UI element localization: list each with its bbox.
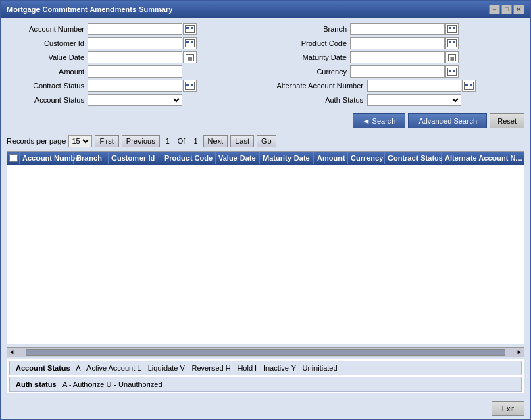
account-status-row: Account Status A - Active L - Liquidate …	[7, 94, 262, 106]
branch-lookup-button[interactable]	[445, 23, 459, 35]
col-amount: Amount	[314, 152, 348, 164]
branch-input[interactable]	[350, 23, 445, 35]
scroll-thumb[interactable]	[26, 349, 505, 356]
col-alt-account: Alternate Account N...	[442, 152, 509, 164]
of-label: Of	[175, 137, 188, 145]
alt-account-row: Alternate Account Number	[269, 80, 524, 92]
reset-button[interactable]: Reset	[490, 113, 524, 128]
col-currency: Currency	[348, 152, 385, 164]
account-status-legend: Account Status A - Active Account L - Li…	[9, 361, 522, 375]
page-total: 1	[191, 137, 200, 145]
amount-row: Amount	[7, 65, 262, 78]
account-status-legend-label: Account Status	[16, 364, 70, 372]
contract-status-row: Contract Status	[7, 80, 262, 92]
horizontal-scrollbar[interactable]: ◄ ►	[7, 347, 524, 357]
action-buttons: ◄ Search Advanced Search Reset	[7, 111, 524, 131]
main-window: Mortgage Commitment Amendments Summary −…	[0, 0, 531, 420]
maturity-date-input[interactable]	[350, 51, 445, 63]
search-form: Account Number Customer Id Value Date	[7, 23, 524, 108]
maturity-date-label: Maturity Date	[269, 53, 350, 61]
account-number-row: Account Number	[7, 23, 262, 35]
prev-button[interactable]: Previous	[122, 135, 160, 147]
maturity-date-row: Maturity Date ▦	[269, 51, 524, 63]
contract-status-lookup-button[interactable]	[183, 80, 197, 92]
customer-id-row: Customer Id	[7, 37, 262, 49]
branch-label: Branch	[269, 25, 350, 33]
table-header: Account Number Branch Customer Id Produc…	[7, 152, 524, 165]
per-page-select[interactable]: 15 25 50	[68, 135, 92, 147]
product-code-input[interactable]	[350, 37, 445, 49]
lookup-icon	[447, 25, 457, 33]
account-status-select[interactable]: A - Active L - Liquidate V - Reversed H …	[88, 94, 182, 106]
advanced-search-button[interactable]: Advanced Search	[408, 113, 487, 128]
footer-bar: Exit	[1, 398, 530, 419]
auth-status-legend-label: Auth status	[16, 380, 57, 388]
account-status-legend-values: A - Active Account L - Liquidate V - Rev…	[76, 364, 337, 372]
product-code-row: Product Code	[269, 37, 524, 49]
legend-area: Account Status A - Active Account L - Li…	[7, 359, 524, 393]
contract-status-input[interactable]	[88, 80, 182, 92]
col-product-code: Product Code	[161, 152, 216, 164]
calendar-icon: ▦	[186, 54, 194, 61]
table-body	[7, 165, 524, 344]
maturity-date-cal-button[interactable]: ▦	[445, 51, 459, 63]
currency-lookup-button[interactable]	[445, 65, 459, 78]
amount-input[interactable]	[88, 65, 182, 78]
value-date-row: Value Date ▦	[7, 51, 262, 63]
go-button[interactable]: Go	[257, 135, 276, 147]
left-form-column: Account Number Customer Id Value Date	[7, 23, 262, 108]
col-account-number: Account Number	[20, 152, 74, 164]
product-code-lookup-button[interactable]	[445, 37, 459, 49]
page-current: 1	[163, 137, 172, 145]
auth-status-legend-values: A - Authorize U - Unauthorized	[62, 380, 163, 388]
minimize-button[interactable]: −	[489, 5, 500, 14]
alt-account-lookup-button[interactable]	[462, 80, 476, 92]
lookup-icon	[185, 39, 195, 47]
alt-account-input[interactable]	[367, 80, 461, 92]
first-button[interactable]: First	[95, 135, 118, 147]
window-title: Mortgage Commitment Amendments Summary	[7, 5, 172, 14]
auth-status-label: Auth Status	[269, 96, 367, 104]
customer-id-lookup-button[interactable]	[183, 37, 197, 49]
next-button[interactable]: Next	[203, 135, 228, 147]
lookup-icon	[464, 82, 474, 90]
account-number-input[interactable]	[88, 23, 182, 35]
search-button[interactable]: ◄ Search	[353, 113, 406, 128]
currency-input[interactable]	[350, 65, 445, 78]
customer-id-label: Customer Id	[7, 39, 88, 47]
auth-status-select[interactable]: A - Authorize U - Unauthorized	[367, 94, 461, 106]
col-value-date: Value Date	[216, 152, 260, 164]
lookup-icon	[185, 82, 195, 90]
account-status-label: Account Status	[7, 96, 88, 104]
customer-id-input[interactable]	[88, 37, 182, 49]
results-table: Account Number Branch Customer Id Produc…	[7, 151, 524, 344]
lookup-icon	[447, 39, 457, 47]
select-all-checkbox[interactable]	[7, 152, 20, 164]
window-controls: − □ ✕	[489, 5, 524, 14]
records-per-page-label: Records per page	[7, 137, 66, 145]
maximize-button[interactable]: □	[501, 5, 512, 14]
exit-button[interactable]: Exit	[492, 401, 524, 416]
account-number-lookup-button[interactable]	[183, 23, 197, 35]
scroll-left-arrow[interactable]: ◄	[7, 348, 16, 357]
lookup-icon	[185, 25, 195, 33]
last-button[interactable]: Last	[230, 135, 254, 147]
alt-account-label: Alternate Account Number	[269, 82, 367, 90]
col-customer-id: Customer Id	[109, 152, 161, 164]
lookup-icon	[447, 68, 457, 76]
close-button[interactable]: ✕	[513, 5, 524, 14]
value-date-label: Value Date	[7, 53, 88, 61]
value-date-input[interactable]	[88, 51, 182, 63]
col-branch: Branch	[74, 152, 109, 164]
scroll-right-arrow[interactable]: ►	[515, 348, 524, 357]
product-code-label: Product Code	[269, 39, 350, 47]
auth-status-legend: Auth status A - Authorize U - Unauthoriz…	[9, 377, 522, 392]
value-date-cal-button[interactable]: ▦	[183, 51, 197, 63]
title-bar: Mortgage Commitment Amendments Summary −…	[1, 1, 530, 18]
currency-row: Currency	[269, 65, 524, 78]
right-form-column: Branch Product Code Maturity Date	[269, 23, 524, 108]
amount-label: Amount	[7, 68, 88, 76]
header-checkbox[interactable]	[9, 154, 18, 162]
col-maturity-date: Maturity Date	[260, 152, 314, 164]
calendar-icon: ▦	[448, 54, 456, 61]
